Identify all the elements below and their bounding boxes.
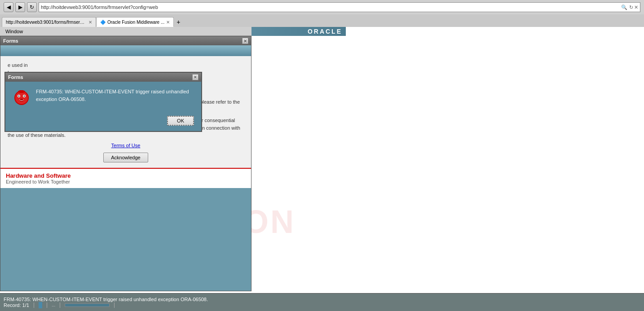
svg-rect-8 — [20, 90, 23, 93]
error-footer: OK — [5, 112, 201, 131]
hw-sw-subtitle: Engineered to Work Together — [6, 179, 246, 184]
error-body: FRM-40735: WHEN-CUSTOM-ITEM-EVENT trigge… — [5, 82, 201, 112]
forward-button[interactable]: ▶ — [15, 2, 25, 12]
new-tab-button[interactable]: + — [174, 17, 183, 27]
error-message: FRM-40735: WHEN-CUSTOM-ITEM-EVENT trigge… — [36, 88, 194, 103]
tab-forms[interactable]: http://hoitdevweb3:9001/forms/frmservlet… — [2, 17, 96, 27]
main-area: ORACLE FUSION MIDDLEWARE Window ORACLE F… — [0, 27, 644, 311]
oracle-error-icon — [13, 88, 31, 106]
hw-sw-footer: Hardware and Software Engineered to Work… — [0, 168, 251, 188]
record-label: Record: 1/1 — [4, 302, 29, 308]
window-menu[interactable]: Window — [0, 29, 28, 34]
error-titlebar: Forms ✕ — [5, 73, 201, 82]
status-divider-1 — [34, 302, 34, 308]
browser-chrome: ◀ ▶ ↻ http://hoitdevweb3:9001/forms/frms… — [0, 0, 644, 27]
back-button[interactable]: ◀ — [4, 2, 13, 12]
status-divider-3 — [60, 302, 60, 308]
tab-label-forms: http://hoitdevweb3:9001/forms/frmservlet… — [6, 20, 87, 25]
window-menubar: Window ORACLE — [0, 27, 346, 36]
error-close-button[interactable]: ✕ — [192, 74, 198, 80]
status-ellipsis: ... — [52, 302, 55, 307]
status-error-message: FRM-40735: WHEN-CUSTOM-ITEM-EVENT trigge… — [0, 297, 644, 302]
tab-close-forms[interactable]: ✕ — [88, 20, 92, 25]
status-record: Record: 1/1 ... — [0, 302, 644, 308]
acknowledge-button[interactable]: Acknowledge — [103, 153, 148, 162]
forms-title: Forms — [3, 38, 18, 44]
status-indicator-1 — [39, 302, 42, 308]
refresh-button[interactable]: ↻ — [27, 2, 37, 12]
status-progress-bar — [65, 303, 110, 307]
status-bar: FRM-40735: WHEN-CUSTOM-ITEM-EVENT trigge… — [0, 293, 644, 311]
browser-nav: ◀ ▶ ↻ http://hoitdevweb3:9001/forms/frms… — [0, 0, 644, 14]
svg-point-1 — [15, 92, 28, 104]
status-divider-4 — [114, 302, 115, 308]
tab-icon-oracle: 🔷 — [100, 20, 106, 25]
tab-oracle-fusion[interactable]: 🔷 Oracle Fusion Middleware ... ✕ — [96, 17, 174, 27]
hw-sw-title: Hardware and Software — [6, 172, 246, 179]
refresh-icon[interactable]: ↻ — [629, 4, 633, 10]
oracle-logo: ORACLE — [308, 28, 342, 35]
forms-panel-header — [0, 45, 251, 56]
ok-button[interactable]: OK — [167, 116, 194, 126]
forms-titlebar: Forms ✕ — [0, 36, 251, 45]
tab-close-oracle[interactable]: ✕ — [166, 20, 170, 25]
address-text: http://hoitdevweb3:9001/forms/frmservlet… — [41, 4, 619, 10]
svg-point-5 — [24, 96, 25, 97]
error-dialog: Forms ✕ FRM-40735: WHEN-CUSTOM-ITEM-EVEN… — [4, 72, 202, 132]
close-icon[interactable]: ✕ — [634, 4, 638, 10]
search-icon: 🔍 — [621, 4, 627, 10]
error-dialog-title: Forms — [8, 74, 23, 80]
address-bar[interactable]: http://hoitdevweb3:9001/forms/frmservlet… — [39, 2, 640, 12]
terms-of-use-link[interactable]: Terms of Use — [8, 143, 244, 148]
status-divider-2 — [47, 302, 47, 308]
svg-point-4 — [18, 96, 20, 97]
forms-close-button[interactable]: ✕ — [242, 38, 248, 44]
browser-tabs: http://hoitdevweb3:9001/forms/frmservlet… — [0, 14, 644, 27]
oracle-branding-bar: ORACLE — [251, 27, 346, 36]
tab-label-oracle: Oracle Fusion Middleware ... — [107, 20, 164, 25]
